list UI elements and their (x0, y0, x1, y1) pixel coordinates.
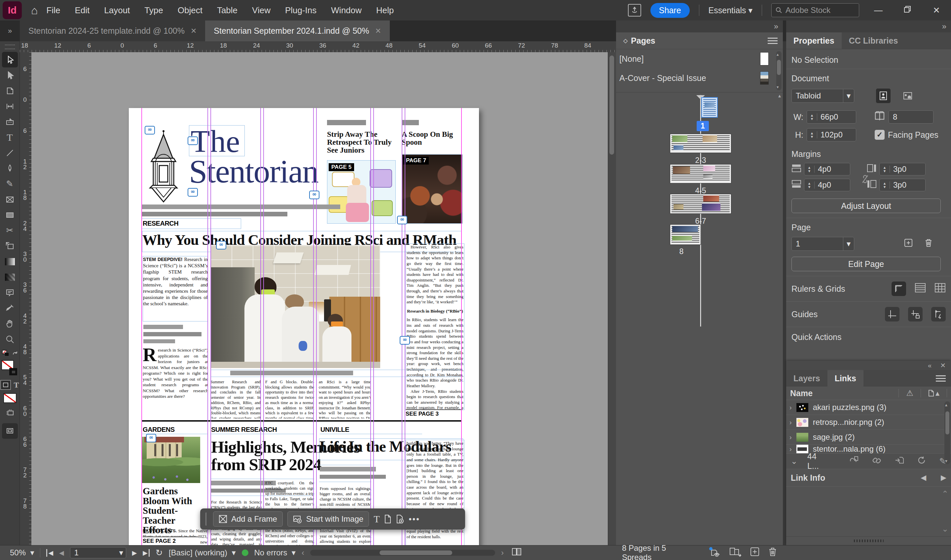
relink-from-cc-icon[interactable] (849, 456, 859, 466)
new-spread-icon[interactable] (750, 547, 760, 558)
last-page-button[interactable]: ▶ (143, 549, 150, 557)
page-number-field[interactable]: 1▾ (70, 547, 126, 558)
link-row-retrospect[interactable]: › retrosp...nior.png (2) (786, 415, 951, 430)
show-guides-button[interactable] (885, 307, 899, 322)
facing-pages-checkbox[interactable]: ✓ (875, 130, 885, 140)
pencil-tool[interactable]: ✎ (2, 176, 18, 192)
apply-none-button[interactable] (3, 393, 17, 403)
baseline-grid-button[interactable] (915, 283, 926, 295)
link-row-sage[interactable]: › sage.jpg (2) (786, 430, 951, 445)
frame-tool[interactable] (2, 192, 18, 207)
menu-table[interactable]: Table (217, 5, 237, 15)
masthead-tower-logo[interactable] (142, 129, 185, 205)
content-collector-tool[interactable] (2, 114, 18, 129)
page-8-thumbnail[interactable] (670, 225, 701, 245)
panel-collapse-chevrons[interactable]: » (786, 20, 951, 32)
vertical-ruler[interactable]: 60 612 1824 3036 4248 5460 6672 78 (20, 52, 32, 545)
delete-page-icon[interactable] (924, 238, 933, 249)
horizontal-scrollbar[interactable] (310, 550, 495, 556)
workspace-switcher[interactable]: Essentials ▾ (709, 6, 752, 15)
first-page-button[interactable]: ◀ (46, 549, 53, 557)
cc-libraries-export-icon[interactable] (2, 405, 18, 421)
preflight-errors-select[interactable]: No errors ▾ (254, 548, 295, 557)
link-row-akari[interactable]: › akari puzzles.png (3) (786, 400, 951, 415)
pen-tool[interactable] (2, 161, 18, 176)
tab-properties[interactable]: Properties (786, 32, 842, 49)
edit-page-size-icon[interactable] (709, 547, 720, 558)
delete-spread-icon[interactable] (768, 547, 777, 558)
zoom-level-select[interactable]: 50% ▾ (10, 548, 34, 557)
pages-panel-menu-icon[interactable] (768, 38, 777, 44)
document-canvas[interactable]: The Stentorian Strip Away The Retrospect… (31, 52, 608, 545)
links-scrollbar[interactable]: ▴ ▾ (944, 402, 950, 464)
close-button[interactable]: ✕ (926, 5, 946, 15)
zoom-tool[interactable] (2, 331, 18, 347)
hand-tool[interactable] (2, 316, 18, 331)
canvas-vertical-scrollbar[interactable] (608, 52, 616, 545)
selection-tool[interactable] (2, 52, 18, 68)
taskbar-grip[interactable] (205, 512, 208, 526)
gradient-swatch-tool[interactable] (2, 254, 18, 269)
swap-fill-stroke-icon[interactable] (2, 349, 18, 357)
go-to-link-icon[interactable] (895, 456, 904, 466)
view-pages-icon[interactable] (729, 547, 741, 558)
menu-help[interactable]: Help (376, 5, 394, 15)
margin-top-field[interactable]: ▴▾4p0 (804, 163, 850, 175)
line-tool[interactable] (2, 145, 18, 161)
lab-photo[interactable] (211, 245, 380, 368)
page-1-thumbnail[interactable] (702, 98, 717, 117)
page-8-label[interactable]: 8 (668, 247, 695, 256)
lock-guides-button[interactable] (908, 307, 923, 322)
page-1-number-badge[interactable]: 1 (697, 121, 709, 131)
teaser-bigspoon-photo[interactable]: PAGE 7 (402, 154, 462, 224)
scroll-right-icon[interactable]: › (501, 548, 504, 557)
link-warning-icon[interactable]: ⚠ (906, 389, 913, 398)
close-tab-icon[interactable]: ✕ (191, 27, 197, 35)
update-link-icon[interactable] (917, 456, 926, 466)
newspaper-page[interactable]: The Stentorian Strip Away The Retrospect… (129, 108, 479, 545)
add-frame-button[interactable]: Add a Frame (213, 511, 283, 527)
show-rulers-button[interactable] (891, 282, 906, 296)
smart-guides-button[interactable] (931, 307, 946, 322)
garden-photo[interactable] (142, 437, 200, 483)
share-screen-icon[interactable] (628, 4, 641, 17)
add-page-icon[interactable] (904, 238, 913, 249)
preflight-menu-icon[interactable]: ↻ (155, 548, 163, 558)
scroll-left-icon[interactable]: ‹ (302, 548, 304, 557)
menu-file[interactable]: File (46, 5, 60, 15)
start-with-image-button[interactable]: Start with Image (288, 511, 369, 527)
tab-template-document[interactable]: Stentorian 2024-25 template.indd @ 100%✕ (20, 20, 205, 41)
previous-page-button[interactable]: ◀ (59, 549, 64, 557)
formatting-affects-text-icon[interactable]: T (14, 381, 19, 389)
master-page-row-none[interactable]: [None] (616, 49, 783, 68)
link-row-stentor[interactable]: › stentor...nala.png (6) (786, 445, 951, 453)
menu-view[interactable]: View (252, 5, 271, 15)
close-panel-icon[interactable]: ✕ (940, 362, 946, 369)
next-link-icon[interactable]: ▶ (941, 474, 946, 482)
menu-layout[interactable]: Layout (104, 5, 130, 15)
spreads-scroll-up[interactable]: ▴ (778, 92, 781, 99)
add-text-button[interactable]: T (374, 514, 380, 525)
width-field[interactable]: ▴▾66p0 (806, 110, 856, 123)
screen-mode-button[interactable] (2, 423, 18, 439)
close-tab-icon[interactable]: ✕ (375, 27, 381, 35)
split-layout-view-icon[interactable] (512, 548, 522, 558)
page-tool[interactable] (2, 83, 18, 98)
links-name-header[interactable]: Name (790, 389, 813, 398)
direct-selection-tool[interactable] (2, 68, 18, 83)
tab-pages[interactable]: ◇Pages (616, 32, 663, 49)
free-transform-tool[interactable] (2, 238, 18, 254)
portrait-orientation-button[interactable] (876, 89, 891, 103)
links-panel-menu-icon[interactable] (936, 375, 946, 382)
more-options-button[interactable]: ••• (409, 514, 420, 524)
collapse-panel-icon[interactable]: « (928, 362, 931, 369)
margin-outside-field[interactable]: ▴▾3p0 (879, 179, 926, 191)
spread-2-3-thumbnail[interactable] (670, 134, 731, 152)
page-number-select[interactable]: 1▾ (791, 237, 854, 251)
toolbar-grip[interactable] (5, 45, 15, 49)
height-field[interactable]: ▴▾102p0 (806, 128, 856, 142)
tab-active-document[interactable]: Stentorian September 2024.1.indd @ 50%✕ (205, 20, 390, 41)
menu-edit[interactable]: Edit (75, 5, 89, 15)
teaser-juniors-illustration[interactable]: PAGE 5 (327, 160, 396, 224)
spread-4-5-label[interactable]: 4-5 (688, 186, 714, 195)
